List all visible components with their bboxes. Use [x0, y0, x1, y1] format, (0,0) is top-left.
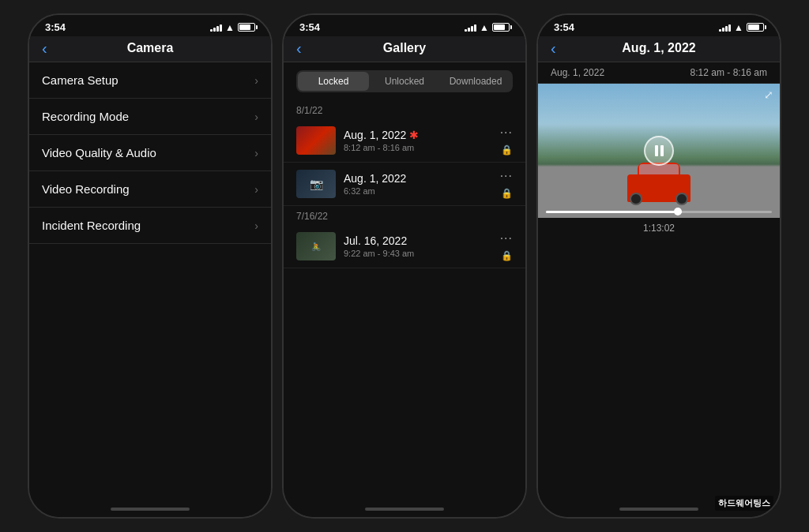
- settings-item-incident-recording[interactable]: Incident Recording ›: [29, 208, 271, 244]
- chevron-icon-2: ›: [254, 111, 258, 123]
- nav-bar-1: ‹ Camera: [29, 36, 271, 62]
- gallery-item-2[interactable]: 📷 Aug. 1, 2022 6:32 am ··· 🔒: [284, 163, 525, 206]
- nav-title-3: Aug. 1, 2022: [622, 41, 695, 55]
- gallery-item-sub-2: 6:32 am: [344, 186, 492, 196]
- watermark: 하드웨어팅스: [715, 496, 773, 511]
- wifi-icon-2: ▲: [480, 22, 489, 33]
- settings-label-incident-recording: Incident Recording: [42, 219, 141, 232]
- gallery-item-info-2: Aug. 1, 2022 6:32 am: [344, 172, 492, 196]
- item-actions-2: ··· 🔒: [500, 169, 513, 199]
- gallery-content: Locked Unlocked Downloaded 8/1/22 Aug. 1…: [284, 62, 525, 501]
- phone-gallery: 3:54 ▲ ‹ Gallery Locked Unlocked Downloa…: [282, 13, 527, 519]
- settings-label-camera-setup: Camera Setup: [42, 73, 119, 87]
- nav-bar-2: ‹ Gallery: [284, 36, 525, 62]
- lock-icon-2: 🔒: [501, 188, 513, 199]
- expand-icon[interactable]: ⤢: [764, 88, 773, 101]
- more-dots-icon-3[interactable]: ···: [500, 231, 513, 245]
- status-icons-1: ▲: [210, 22, 255, 33]
- gallery-item-sub-1: 8:12 am - 8:16 am: [344, 143, 492, 152]
- status-bar-1: 3:54 ▲: [29, 15, 271, 36]
- video-scrubber[interactable]: [546, 211, 772, 213]
- status-time-1: 3:54: [45, 21, 66, 33]
- status-icons-3: ▲: [719, 22, 764, 33]
- settings-label-video-quality: Video Quality & Audio: [42, 146, 156, 159]
- status-time-3: 3:54: [554, 21, 574, 33]
- gallery-item-3[interactable]: 🚴 Jul. 16, 2022 9:22 am - 9:43 am ··· 🔒: [284, 225, 525, 268]
- gallery-item-info-1: Aug. 1, 2022 ✱ 8:12 am - 8:16 am: [344, 129, 492, 152]
- wifi-icon-1: ▲: [225, 22, 235, 33]
- lock-icon-3: 🔒: [501, 250, 513, 261]
- car-wheel-left: [630, 193, 642, 205]
- more-dots-icon-1[interactable]: ···: [500, 126, 513, 140]
- thumb-1: [296, 126, 336, 155]
- phone-video-player: 3:54 ▲ ‹ Aug. 1, 2022 Aug. 1, 2022 8:12 …: [536, 13, 781, 519]
- gallery-item-title-2: Aug. 1, 2022: [344, 172, 492, 185]
- chevron-icon-1: ›: [254, 74, 258, 87]
- segment-unlocked[interactable]: Unlocked: [369, 72, 440, 91]
- back-button-3[interactable]: ‹: [551, 40, 556, 56]
- gallery-item-date-3: Jul. 16, 2022: [344, 234, 407, 247]
- item-actions-1: ··· 🔒: [500, 126, 513, 155]
- chevron-icon-5: ›: [254, 219, 258, 232]
- item-actions-3: ··· 🔒: [500, 231, 513, 261]
- settings-label-recording-mode: Recording Mode: [42, 110, 129, 123]
- pause-icon: [655, 145, 664, 156]
- lock-icon-1: 🔒: [501, 144, 513, 155]
- settings-item-video-recording[interactable]: Video Recording ›: [29, 171, 271, 208]
- settings-label-video-recording: Video Recording: [42, 182, 130, 196]
- back-button-2[interactable]: ‹: [296, 40, 302, 56]
- thumb-2: 📷: [296, 170, 336, 198]
- phone-camera-settings: 3:54 ▲ ‹ Camera Camera Setup › Recordi: [28, 13, 273, 519]
- nav-title-2: Gallery: [383, 41, 426, 55]
- video-timestamp: 1:13:02: [538, 218, 780, 238]
- battery-icon-3: [747, 23, 764, 32]
- thumb-3: 🚴: [296, 232, 336, 260]
- back-arrow-icon-2: ‹: [296, 40, 302, 56]
- play-pause-button[interactable]: [644, 136, 674, 166]
- gallery-item-title-3: Jul. 16, 2022: [344, 234, 492, 247]
- scrubber-thumb: [674, 208, 682, 215]
- section-header-1: 8/1/22: [284, 100, 525, 119]
- settings-item-video-quality[interactable]: Video Quality & Audio ›: [29, 135, 271, 171]
- segment-control: Locked Unlocked Downloaded: [296, 70, 513, 92]
- status-bar-2: 3:54 ▲: [284, 15, 525, 36]
- gallery-item-date-2: Aug. 1, 2022: [344, 172, 406, 185]
- home-indicator-2: [284, 501, 525, 517]
- more-dots-icon-2[interactable]: ···: [500, 169, 513, 183]
- signal-icon-3: [719, 24, 731, 32]
- segment-locked[interactable]: Locked: [298, 72, 369, 91]
- battery-icon-2: [492, 23, 510, 32]
- video-time-range: 8:12 am - 8:16 am: [690, 67, 767, 78]
- thumb-red-car: [296, 126, 336, 155]
- incident-star-icon: ✱: [409, 129, 419, 141]
- segment-downloaded[interactable]: Downloaded: [440, 72, 511, 91]
- gallery-item-title-1: Aug. 1, 2022 ✱: [344, 129, 492, 141]
- thumb-cam-icon: 📷: [296, 170, 336, 198]
- gallery-item-1[interactable]: Aug. 1, 2022 ✱ 8:12 am - 8:16 am ··· 🔒: [284, 119, 525, 163]
- video-date-bar: Aug. 1, 2022 8:12 am - 8:16 am: [538, 62, 780, 84]
- signal-icon-1: [210, 24, 222, 32]
- scrubber-fill: [546, 211, 682, 213]
- settings-item-recording-mode[interactable]: Recording Mode ›: [29, 99, 271, 135]
- status-bar-3: 3:54 ▲: [538, 15, 780, 36]
- gallery-item-date-1: Aug. 1, 2022: [344, 129, 406, 141]
- signal-icon-2: [465, 24, 476, 32]
- video-player[interactable]: ⤢: [538, 84, 780, 218]
- chevron-icon-3: ›: [254, 147, 258, 159]
- video-content: Aug. 1, 2022 8:12 am - 8:16 am: [538, 62, 780, 501]
- home-indicator-1: [29, 501, 271, 517]
- car-wheel-right: [675, 193, 688, 205]
- gallery-item-sub-3: 9:22 am - 9:43 am: [344, 249, 492, 258]
- settings-item-camera-setup[interactable]: Camera Setup ›: [29, 62, 271, 99]
- back-arrow-icon-3: ‹: [551, 40, 556, 56]
- section-header-2: 7/16/22: [284, 206, 525, 225]
- status-time-2: 3:54: [299, 21, 320, 33]
- settings-list: Camera Setup › Recording Mode › Video Qu…: [29, 62, 271, 501]
- thumb-bike-icon: 🚴: [296, 232, 336, 260]
- back-arrow-icon-1: ‹: [42, 40, 47, 56]
- back-button-1[interactable]: ‹: [42, 40, 47, 56]
- nav-title-1: Camera: [127, 41, 174, 55]
- video-date-label: Aug. 1, 2022: [551, 67, 604, 78]
- gallery-item-info-3: Jul. 16, 2022 9:22 am - 9:43 am: [344, 234, 492, 258]
- chevron-icon-4: ›: [254, 183, 258, 196]
